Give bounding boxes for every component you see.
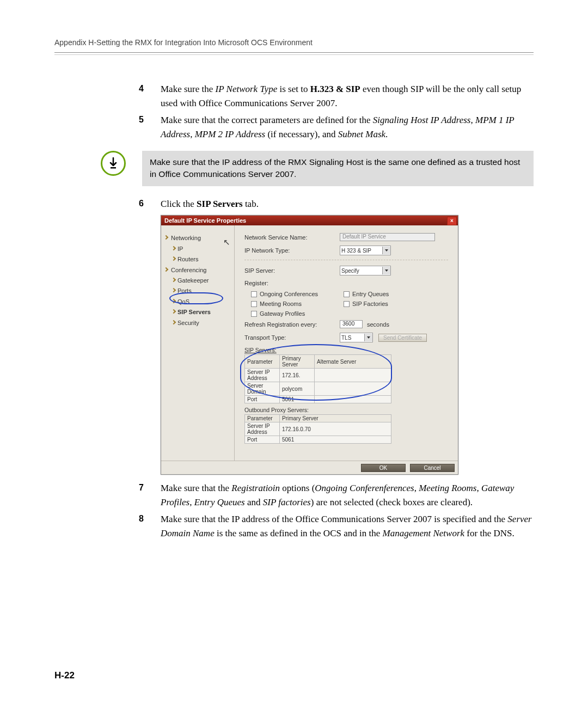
checkbox-sip-factories[interactable]: SIP Factories xyxy=(344,301,436,307)
text: ) are not selected (check boxes are clea… xyxy=(311,497,473,507)
nav-gatekeeper[interactable]: Gatekeeper xyxy=(161,275,234,286)
nav-sip-servers[interactable]: SIP Servers xyxy=(161,307,234,317)
step-number: 4 xyxy=(139,82,161,110)
step-number: 8 xyxy=(139,512,161,540)
nav-qos[interactable]: QoS xyxy=(161,297,234,307)
note-icon xyxy=(101,151,126,176)
svg-rect-0 xyxy=(111,167,116,169)
text-italic: SIP factories xyxy=(263,497,311,507)
checkbox-meeting-rooms[interactable]: Meeting Rooms xyxy=(251,301,344,307)
checkbox-icon xyxy=(344,291,350,297)
dialog-form: Network Service Name: Default IP Service… xyxy=(235,225,458,461)
page-header: Appendix H-Setting the RMX for Integrati… xyxy=(54,38,534,47)
th: Primary Server xyxy=(280,415,391,422)
checkbox-entry-queues[interactable]: Entry Queues xyxy=(344,291,436,297)
th: Parameter xyxy=(245,355,280,369)
th: Alternate Server xyxy=(315,355,391,369)
step-number: 7 xyxy=(139,481,161,509)
td[interactable]: 5061 xyxy=(280,436,391,444)
td: Server Domain xyxy=(245,382,280,396)
label-register: Register: xyxy=(244,280,340,286)
cancel-button[interactable]: Cancel xyxy=(410,464,455,472)
text-italic: Management Network xyxy=(382,528,464,538)
checkbox-label: Entry Queues xyxy=(352,291,389,297)
text: for the DNS. xyxy=(464,528,514,538)
checkbox-label: Ongoing Conferences xyxy=(260,291,318,297)
text: Make sure that the correct parameters ar… xyxy=(161,115,373,125)
text: options ( xyxy=(280,483,315,493)
checkbox-icon xyxy=(344,301,350,307)
ok-button[interactable]: OK xyxy=(361,464,406,472)
td[interactable]: polycom xyxy=(280,382,315,396)
checkbox-label: Meeting Rooms xyxy=(260,301,302,307)
checkbox-gateway-profiles[interactable]: Gateway Profiles xyxy=(251,310,344,317)
td: Port xyxy=(245,396,280,403)
select-transport[interactable]: TLS xyxy=(340,333,373,342)
td[interactable]: 5061 xyxy=(280,396,315,403)
page-number: H-22 xyxy=(54,670,75,681)
pointer-cursor-icon: ↖ xyxy=(223,237,230,247)
text: Make sure that the IP address of the Off… xyxy=(161,514,507,524)
td: Port xyxy=(245,436,280,444)
chevron-down-icon xyxy=(382,247,390,254)
label-sip-servers: SIP Servers: xyxy=(244,347,448,353)
checkbox-ongoing[interactable]: Ongoing Conferences xyxy=(251,291,344,297)
text: is set to xyxy=(277,84,310,94)
label-service-name: Network Service Name: xyxy=(244,234,340,241)
checkbox-icon xyxy=(251,291,257,297)
checkbox-label: SIP Factories xyxy=(352,301,388,307)
step-6: 6 Click the SIP Servers tab. xyxy=(139,197,534,211)
label-seconds: seconds xyxy=(367,321,389,328)
text-bold: SIP Servers xyxy=(197,199,243,209)
step-5: 5 Make sure that the correct parameters … xyxy=(139,113,534,141)
input-refresh[interactable]: 3600 xyxy=(340,320,363,328)
send-certificate-button[interactable]: Send Certificate xyxy=(378,334,427,342)
step-8: 8 Make sure that the IP address of the O… xyxy=(139,512,534,540)
select-value: TLS xyxy=(341,335,351,341)
select-value: H 323 & SIP xyxy=(341,248,371,254)
close-icon[interactable]: × xyxy=(447,217,457,225)
step-number: 6 xyxy=(139,197,161,211)
select-sip-server[interactable]: Specify xyxy=(340,266,391,275)
chevron-down-icon xyxy=(382,267,390,274)
td[interactable]: 172.16.0.70 xyxy=(280,422,391,436)
nav-ports[interactable]: Ports xyxy=(161,286,234,296)
step-body: Make sure that the IP address of the Off… xyxy=(161,512,534,540)
label-transport: Transport Type: xyxy=(244,334,340,341)
label-outbound: Outbound Proxy Servers: xyxy=(244,407,448,413)
label-refresh: Refresh Registration every: xyxy=(244,321,340,328)
text: . xyxy=(385,129,388,139)
header-rule xyxy=(54,52,534,55)
sip-servers-table: Parameter Primary Server Alternate Serve… xyxy=(244,354,391,403)
checkbox-icon xyxy=(251,301,257,307)
note-text: Make sure that the IP address of the RMX… xyxy=(142,151,534,186)
th: Primary Server xyxy=(280,355,315,369)
text-italic: Subnet Mask xyxy=(338,129,385,139)
outbound-proxy-table: Parameter Primary Server Server IP Addre… xyxy=(244,414,391,444)
step-7: 7 Make sure that the Registratioin optio… xyxy=(139,481,534,509)
nav-security[interactable]: Security xyxy=(161,318,234,328)
select-ip-type[interactable]: H 323 & SIP xyxy=(340,246,391,255)
dialog-titlebar: Default IP Service Properties × xyxy=(161,216,458,225)
nav-conferencing[interactable]: Conferencing xyxy=(161,265,234,275)
checkbox-label: Gateway Profiles xyxy=(260,310,305,317)
td[interactable] xyxy=(315,382,391,396)
step-4: 4 Make sure the IP Network Type is set t… xyxy=(139,82,534,110)
label-ip-type: IP Network Type: xyxy=(244,247,340,254)
text: Make sure the xyxy=(161,84,216,94)
td[interactable]: 172.16. xyxy=(280,369,315,382)
text-bold: H.323 & SIP xyxy=(310,84,360,94)
nav-routers[interactable]: Routers xyxy=(161,254,234,265)
input-service-name[interactable]: Default IP Service xyxy=(340,233,435,241)
td[interactable] xyxy=(315,369,391,382)
text: Click the xyxy=(161,199,197,209)
td[interactable] xyxy=(315,396,391,403)
text-italic: IP Network Type xyxy=(216,84,278,94)
step-body: Make sure that the correct parameters ar… xyxy=(161,113,534,141)
dialog-screenshot: Default IP Service Properties × Networki… xyxy=(161,215,458,475)
td: Server IP Address xyxy=(245,422,280,436)
text: Make sure that the xyxy=(161,483,231,493)
text: is the same as defined in the OCS and in… xyxy=(215,528,383,538)
step-body: Click the SIP Servers tab. xyxy=(161,197,534,211)
dialog-nav: Networking IP Routers Conferencing Gatek… xyxy=(161,225,235,461)
